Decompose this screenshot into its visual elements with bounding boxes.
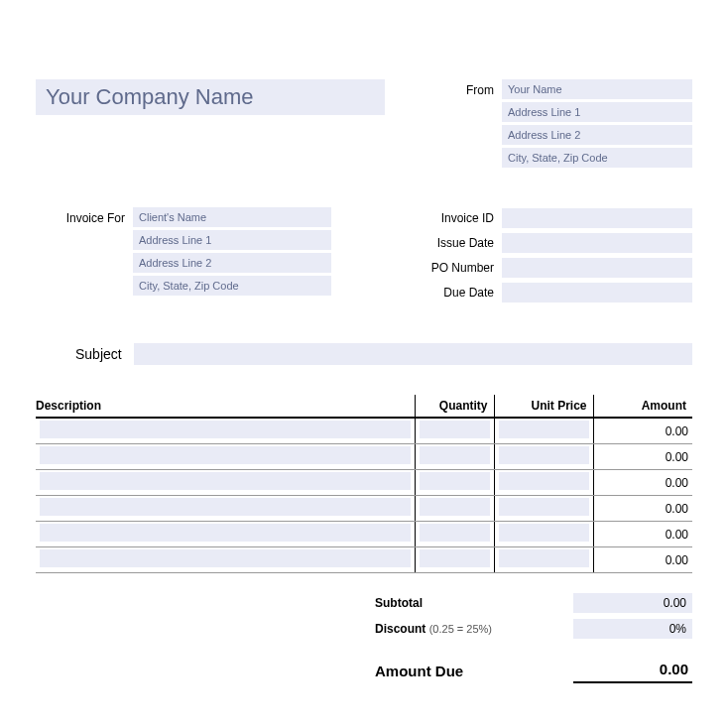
subtotal-label: Subtotal — [375, 596, 423, 610]
table-row: 0.00 — [36, 496, 692, 522]
from-label: From — [415, 79, 494, 168]
amount-cell: 0.00 — [593, 444, 692, 470]
description-input[interactable] — [40, 549, 411, 567]
col-unit-price: Unit Price — [494, 395, 593, 418]
invoice-id-label: Invoice ID — [415, 207, 494, 229]
discount-value-input[interactable]: 0% — [573, 619, 692, 639]
company-name-input[interactable]: Your Company Name — [36, 79, 385, 115]
discount-label: Discount — [375, 622, 425, 636]
unit-price-input[interactable] — [499, 498, 589, 516]
po-number-label: PO Number — [415, 257, 494, 279]
discount-hint: (0.25 = 25%) — [429, 623, 492, 635]
from-name-input[interactable]: Your Name — [502, 79, 692, 99]
invoice-for-label: Invoice For — [46, 207, 125, 303]
issue-date-input[interactable] — [502, 233, 692, 253]
from-block: From Your Name Address Line 1 Address Li… — [415, 79, 692, 168]
from-city-input[interactable]: City, State, Zip Code — [502, 148, 692, 168]
unit-price-input[interactable] — [499, 446, 589, 464]
quantity-input[interactable] — [420, 472, 490, 490]
due-date-input[interactable] — [502, 283, 692, 303]
quantity-input[interactable] — [420, 524, 490, 542]
subject-label: Subject — [75, 346, 122, 362]
col-description: Description — [36, 395, 415, 418]
description-input[interactable] — [40, 421, 411, 438]
table-row: 0.00 — [36, 522, 692, 547]
po-number-input[interactable] — [502, 258, 692, 278]
amount-cell: 0.00 — [593, 522, 692, 547]
invoice-for-block: Invoice For Client's Name Address Line 1… — [36, 207, 385, 303]
description-input[interactable] — [40, 446, 411, 464]
quantity-input[interactable] — [420, 498, 490, 516]
client-addr1-input[interactable]: Address Line 1 — [133, 230, 331, 250]
line-items-table: Description Quantity Unit Price Amount 0… — [36, 395, 692, 573]
table-row: 0.00 — [36, 444, 692, 470]
amount-cell: 0.00 — [593, 418, 692, 444]
col-amount: Amount — [593, 395, 692, 418]
quantity-input[interactable] — [420, 549, 490, 567]
table-row: 0.00 — [36, 547, 692, 573]
table-row: 0.00 — [36, 470, 692, 496]
amount-cell: 0.00 — [593, 470, 692, 496]
subject-input[interactable] — [134, 343, 692, 365]
col-quantity: Quantity — [415, 395, 494, 418]
from-addr2-input[interactable]: Address Line 2 — [502, 125, 692, 145]
due-date-label: Due Date — [415, 282, 494, 303]
invoice-meta-block: Invoice ID Issue Date PO Number Due Date — [415, 207, 692, 303]
client-city-input[interactable]: City, State, Zip Code — [133, 276, 331, 296]
subtotal-value: 0.00 — [573, 593, 692, 613]
unit-price-input[interactable] — [499, 472, 589, 490]
unit-price-input[interactable] — [499, 524, 589, 542]
description-input[interactable] — [40, 498, 411, 516]
amount-due-value: 0.00 — [573, 659, 692, 683]
description-input[interactable] — [40, 524, 411, 542]
table-row: 0.00 — [36, 418, 692, 444]
from-addr1-input[interactable]: Address Line 1 — [502, 102, 692, 122]
amount-cell: 0.00 — [593, 547, 692, 573]
client-addr2-input[interactable]: Address Line 2 — [133, 253, 331, 273]
unit-price-input[interactable] — [499, 421, 589, 438]
client-name-input[interactable]: Client's Name — [133, 207, 331, 227]
description-input[interactable] — [40, 472, 411, 490]
issue-date-label: Issue Date — [415, 232, 494, 254]
amount-due-label: Amount Due — [375, 663, 563, 679]
unit-price-input[interactable] — [499, 549, 589, 567]
invoice-id-input[interactable] — [502, 208, 692, 228]
amount-cell: 0.00 — [593, 496, 692, 522]
quantity-input[interactable] — [420, 421, 490, 438]
quantity-input[interactable] — [420, 446, 490, 464]
